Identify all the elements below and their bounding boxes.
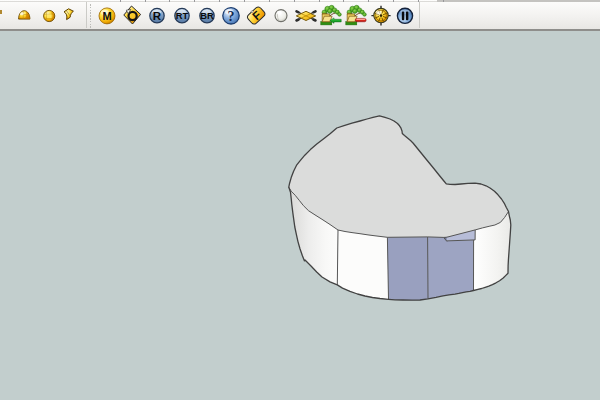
svg-text:R: R bbox=[153, 10, 162, 22]
svg-text:?: ? bbox=[227, 9, 234, 24]
svg-text:M: M bbox=[103, 10, 112, 22]
svg-text:BR: BR bbox=[200, 11, 214, 21]
svg-text:RT: RT bbox=[176, 11, 189, 21]
